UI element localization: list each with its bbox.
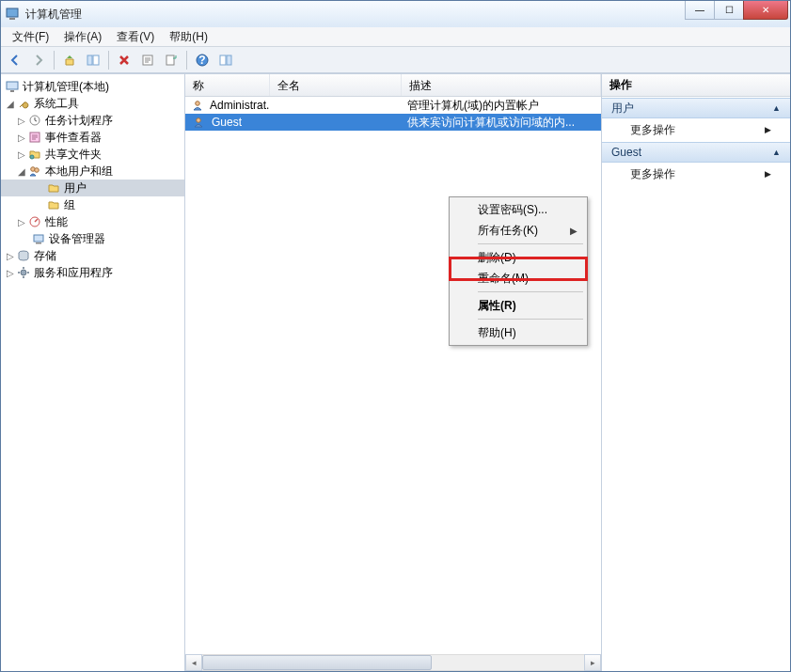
action-group-users[interactable]: 用户 ▲ (602, 98, 790, 118)
tree-task-scheduler[interactable]: ▷ 任务计划程序 (1, 112, 184, 129)
tree-label: 服务和应用程序 (34, 265, 113, 281)
collapse-icon[interactable]: ◢ (5, 99, 16, 109)
collapse-icon[interactable]: ◢ (16, 166, 27, 177)
svg-rect-3 (93, 55, 99, 65)
titlebar[interactable]: 计算机管理 — ☐ ✕ (1, 1, 790, 27)
clock-icon (27, 113, 42, 128)
collapse-icon: ▲ (772, 103, 781, 113)
shared-folder-icon (27, 147, 42, 162)
action-group-guest[interactable]: Guest ▲ (602, 142, 790, 163)
performance-icon (27, 214, 42, 229)
tree-label: 性能 (45, 214, 68, 230)
device-icon (31, 231, 46, 246)
menu-separator (478, 243, 583, 244)
action-pane-header: 操作 (602, 74, 790, 97)
list-body[interactable]: Administrat... 管理计算机(域)的内置帐户 Guest 供来宾访问… (185, 97, 601, 671)
help-button[interactable]: ? (192, 50, 213, 70)
delete-button[interactable] (114, 50, 134, 70)
tree-storage[interactable]: ▷ 存储 (1, 247, 184, 264)
properties-button[interactable] (137, 50, 158, 70)
tree[interactable]: 计算机管理(本地) ◢ 系统工具 ▷ 任务计划程序 ▷ 事件查看器 (1, 74, 184, 671)
toolbar: ? (1, 47, 790, 73)
svg-rect-1 (9, 18, 15, 20)
col-desc[interactable]: 描述 (402, 74, 601, 96)
submenu-arrow-icon: ▶ (570, 226, 577, 236)
ctx-set-password[interactable]: 设置密码(S)... (451, 199, 585, 220)
expand-icon[interactable]: ▷ (16, 116, 27, 126)
tree-users[interactable]: 用户 (1, 180, 184, 196)
tree-groups[interactable]: 组 (1, 196, 184, 213)
col-fullname[interactable]: 全名 (270, 74, 402, 96)
expand-icon[interactable]: ▷ (5, 268, 16, 278)
tree-label: 共享文件夹 (45, 147, 102, 163)
tree-device-manager[interactable]: 设备管理器 (1, 230, 184, 247)
svg-rect-5 (166, 55, 174, 65)
expand-icon[interactable]: ▷ (16, 149, 27, 160)
horizontal-scrollbar[interactable]: ◂ ▸ (185, 654, 601, 671)
tree-label: 计算机管理(本地) (23, 79, 109, 95)
menubar: 文件(F) 操作(A) 查看(V) 帮助(H) (1, 27, 790, 47)
col-name[interactable]: 称 (185, 74, 270, 96)
column-header: 称 全名 描述 (185, 74, 601, 97)
scroll-thumb[interactable] (202, 655, 432, 670)
minimize-button[interactable]: — (685, 1, 715, 20)
workarea: 计算机管理(本地) ◢ 系统工具 ▷ 任务计划程序 ▷ 事件查看器 (1, 73, 790, 671)
submenu-arrow-icon: ▶ (765, 125, 771, 134)
scroll-left-button[interactable]: ◂ (185, 654, 202, 671)
tree-root[interactable]: 计算机管理(本地) (1, 78, 184, 95)
back-button[interactable] (5, 50, 25, 70)
event-icon (27, 130, 42, 145)
wrench-icon (16, 96, 31, 111)
menu-view[interactable]: 查看(V) (109, 27, 162, 47)
ctx-properties[interactable]: 属性(R) (451, 295, 585, 316)
svg-rect-11 (10, 90, 14, 92)
tree-system-tools[interactable]: ◢ 系统工具 (1, 95, 184, 112)
action-pane: 操作 用户 ▲ 更多操作 ▶ Guest ▲ 更多操作 ▶ (602, 74, 790, 671)
ctx-delete[interactable]: 删除(D) (451, 247, 585, 268)
user-icon (191, 98, 204, 113)
menu-file[interactable]: 文件(F) (5, 27, 56, 47)
tree-pane: 计算机管理(本地) ◢ 系统工具 ▷ 任务计划程序 ▷ 事件查看器 (1, 74, 185, 671)
window-frame: 计算机管理 — ☐ ✕ 文件(F) 操作(A) 查看(V) 帮助(H) ? (0, 0, 791, 672)
action-more-guest[interactable]: 更多操作 ▶ (602, 163, 790, 185)
ctx-rename[interactable]: 重命名(M) (451, 268, 585, 289)
tree-label: 组 (64, 197, 75, 213)
show-hide-action-button[interactable] (215, 50, 236, 70)
svg-rect-19 (36, 242, 41, 244)
menu-action[interactable]: 操作(A) (56, 27, 109, 47)
tree-performance[interactable]: ▷ 性能 (1, 213, 184, 230)
cell-name: Guest (212, 116, 242, 129)
maximize-button[interactable]: ☐ (714, 1, 744, 20)
action-more[interactable]: 更多操作 ▶ (602, 118, 790, 141)
tree-local-users-groups[interactable]: ◢ 本地用户和组 (1, 163, 184, 180)
tree-event-viewer[interactable]: ▷ 事件查看器 (1, 129, 184, 146)
show-hide-tree-button[interactable] (83, 50, 103, 70)
menu-help[interactable]: 帮助(H) (162, 27, 215, 47)
svg-point-14 (30, 155, 34, 159)
folder-icon (46, 197, 61, 212)
cell-desc: 供来宾访问计算机或访问域的内... (402, 115, 601, 131)
expand-icon[interactable]: ▷ (16, 217, 27, 227)
close-button[interactable]: ✕ (743, 1, 788, 20)
forward-button[interactable] (28, 50, 49, 70)
list-row[interactable]: Administrat... 管理计算机(域)的内置帐户 (185, 97, 601, 114)
ctx-all-tasks[interactable]: 所有任务(K)▶ (451, 220, 585, 241)
list-row[interactable]: Guest 供来宾访问计算机或访问域的内... (185, 114, 601, 131)
scroll-track[interactable] (202, 654, 584, 671)
expand-icon[interactable]: ▷ (5, 251, 16, 261)
toolbar-separator (54, 51, 55, 70)
cell-desc: 管理计算机(域)的内置帐户 (402, 98, 601, 114)
computer-icon (5, 79, 20, 94)
menu-separator (478, 319, 583, 320)
scroll-right-button[interactable]: ▸ (584, 654, 601, 671)
up-button[interactable] (59, 50, 80, 70)
ctx-help[interactable]: 帮助(H) (451, 322, 585, 343)
tree-shared-folders[interactable]: ▷ 共享文件夹 (1, 146, 184, 163)
export-button[interactable] (161, 50, 182, 70)
toolbar-separator (108, 51, 109, 70)
expand-icon[interactable]: ▷ (16, 133, 27, 143)
user-icon (191, 115, 206, 130)
storage-icon (16, 248, 31, 263)
tree-services-apps[interactable]: ▷ 服务和应用程序 (1, 264, 184, 281)
folder-icon (46, 180, 61, 195)
